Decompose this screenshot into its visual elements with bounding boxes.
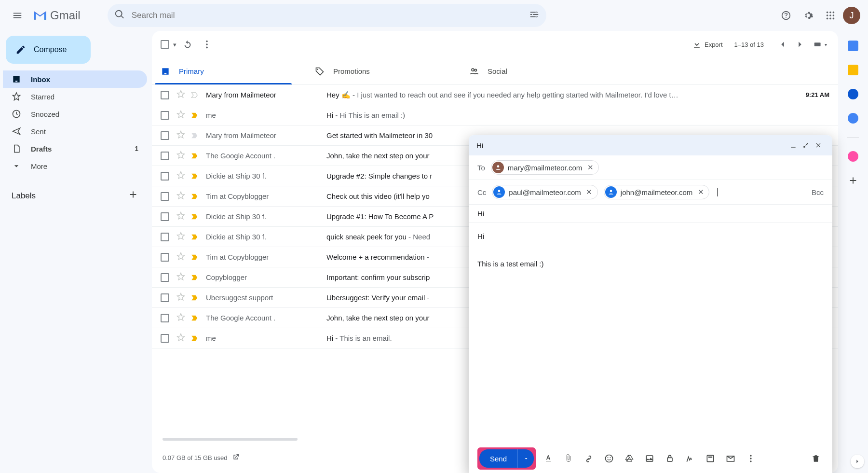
star-icon[interactable] <box>176 150 186 161</box>
importance-icon[interactable] <box>190 293 199 302</box>
importance-icon[interactable] <box>190 91 199 99</box>
star-icon[interactable] <box>176 130 186 141</box>
row-checkbox[interactable] <box>161 152 169 160</box>
bcc-toggle[interactable]: Bcc <box>812 188 824 196</box>
get-addons-icon[interactable] <box>848 175 858 188</box>
account-avatar[interactable]: J <box>843 7 860 24</box>
horizontal-scrollbar[interactable] <box>163 438 298 441</box>
row-checkbox[interactable] <box>161 273 169 282</box>
gmail-logo[interactable]: Gmail <box>33 9 81 22</box>
hide-sidepanel-icon[interactable] <box>851 455 864 468</box>
importance-icon[interactable] <box>190 152 199 160</box>
close-icon[interactable] <box>812 139 825 152</box>
row-checkbox[interactable] <box>161 111 169 120</box>
importance-icon[interactable] <box>190 111 199 120</box>
apps-icon[interactable] <box>821 6 840 25</box>
tab-primary[interactable]: Primary <box>152 58 306 84</box>
row-checkbox[interactable] <box>161 233 169 241</box>
addon-icon[interactable] <box>848 151 858 162</box>
add-label-icon[interactable] <box>128 189 138 202</box>
minimize-icon[interactable] <box>787 139 800 152</box>
importance-icon[interactable] <box>190 172 199 181</box>
star-icon[interactable] <box>176 272 186 283</box>
mail-row[interactable]: meHi - Hi This is an email :) <box>152 105 838 125</box>
search-options-icon[interactable] <box>529 9 540 22</box>
select-all-menu-icon[interactable]: ▾ <box>173 41 176 48</box>
attach-icon[interactable] <box>561 451 576 466</box>
signature-icon[interactable] <box>682 451 698 466</box>
export-button[interactable]: Export <box>692 40 723 49</box>
send-button[interactable]: Send <box>479 449 517 468</box>
importance-icon[interactable] <box>190 131 199 140</box>
drive-icon[interactable] <box>622 451 637 466</box>
star-icon[interactable] <box>176 231 186 242</box>
search-input[interactable] <box>132 11 522 20</box>
fullscreen-icon[interactable] <box>800 139 812 152</box>
schedule-icon[interactable] <box>723 451 738 466</box>
sidebar-item-inbox[interactable]: Inbox <box>3 70 147 88</box>
template-icon[interactable] <box>703 451 718 466</box>
recipient-chip[interactable]: mary@mailmeteor.com ✕ <box>491 160 599 175</box>
remove-chip-icon[interactable]: ✕ <box>585 188 594 196</box>
sidebar-item-drafts[interactable]: Drafts1 <box>3 140 147 157</box>
main-menu-icon[interactable] <box>8 6 27 25</box>
emoji-icon[interactable] <box>601 451 617 466</box>
refresh-icon[interactable] <box>179 35 196 54</box>
row-checkbox[interactable] <box>161 334 169 343</box>
row-checkbox[interactable] <box>161 91 169 99</box>
importance-icon[interactable] <box>190 212 199 221</box>
select-all-checkbox[interactable] <box>161 40 169 49</box>
contacts-addon-icon[interactable] <box>848 113 858 124</box>
send-options-icon[interactable] <box>517 449 534 468</box>
importance-icon[interactable] <box>190 314 199 322</box>
cc-input-caret[interactable] <box>717 188 718 196</box>
next-page-icon[interactable] <box>793 35 807 54</box>
row-checkbox[interactable] <box>161 293 169 302</box>
sidebar-item-snoozed[interactable]: Snoozed <box>3 105 147 123</box>
tasks-addon-icon[interactable] <box>848 89 858 99</box>
compose-button[interactable]: Compose <box>6 36 91 64</box>
support-icon[interactable] <box>776 6 796 25</box>
importance-icon[interactable] <box>190 253 199 262</box>
importance-icon[interactable] <box>190 273 199 282</box>
star-icon[interactable] <box>176 89 186 100</box>
row-checkbox[interactable] <box>161 253 169 262</box>
row-checkbox[interactable] <box>161 212 169 221</box>
subject-input[interactable]: Hi <box>469 205 832 223</box>
importance-icon[interactable] <box>190 192 199 201</box>
star-icon[interactable] <box>176 191 186 202</box>
row-checkbox[interactable] <box>161 131 169 140</box>
settings-icon[interactable] <box>799 6 818 25</box>
sidebar-item-sent[interactable]: Sent <box>3 123 147 140</box>
row-checkbox[interactable] <box>161 192 169 201</box>
star-icon[interactable] <box>176 110 186 121</box>
star-icon[interactable] <box>176 333 186 344</box>
remove-chip-icon[interactable]: ✕ <box>586 163 595 172</box>
importance-icon[interactable] <box>190 334 199 343</box>
sidebar-item-starred[interactable]: Starred <box>3 88 147 105</box>
input-tools-icon[interactable]: ▾ <box>810 35 829 54</box>
tab-social[interactable]: Social <box>461 58 615 84</box>
sidebar-item-more[interactable]: More <box>3 157 147 175</box>
keep-addon-icon[interactable] <box>848 65 858 75</box>
star-icon[interactable] <box>176 211 186 222</box>
image-icon[interactable] <box>642 451 657 466</box>
format-icon[interactable] <box>541 451 556 466</box>
star-icon[interactable] <box>176 170 186 181</box>
discard-icon[interactable] <box>808 451 824 466</box>
calendar-addon-icon[interactable] <box>848 41 858 51</box>
importance-icon[interactable] <box>190 233 199 241</box>
mail-row[interactable]: Mary from MailmeteorHey ✍️ - I just want… <box>152 85 838 105</box>
star-icon[interactable] <box>176 251 186 263</box>
star-icon[interactable] <box>176 292 186 303</box>
more-options-icon[interactable] <box>743 451 759 466</box>
tab-promotions[interactable]: Promotions <box>306 58 461 84</box>
prev-page-icon[interactable] <box>775 35 790 54</box>
search-bar[interactable] <box>108 4 546 27</box>
row-checkbox[interactable] <box>161 172 169 181</box>
link-icon[interactable] <box>581 451 597 466</box>
row-checkbox[interactable] <box>161 314 169 322</box>
remove-chip-icon[interactable]: ✕ <box>696 188 705 196</box>
recipient-chip[interactable]: paul@mailmeteor.com ✕ <box>492 185 597 199</box>
recipient-chip[interactable]: john@mailmeteor.com ✕ <box>604 185 709 199</box>
